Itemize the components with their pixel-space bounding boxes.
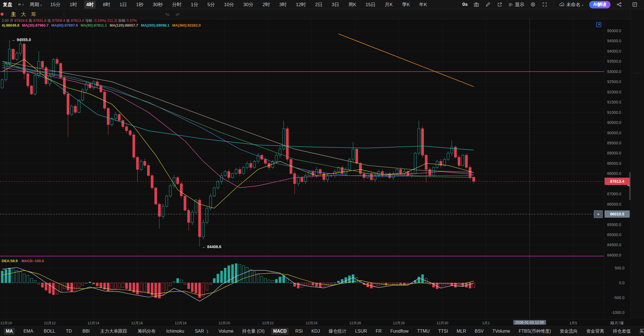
flash-hex-icon[interactable] [634,61,641,69]
indicator-FTBS(币种维度)[interactable]: FTBS(币种维度) [517,328,553,335]
price-tick: 89500.0 [607,141,621,145]
indicator-BBI[interactable]: BBI [81,328,92,335]
expand-chart-icon[interactable] [596,22,602,28]
indicator-EMA[interactable]: EMA [22,328,35,335]
timeframe-月K[interactable]: 月K [383,1,395,9]
indicator-Ichimoku[interactable]: Ichimoku [164,328,186,335]
undo-icon[interactable] [164,11,170,17]
trading-terminal: 复盘 ∨ 周期∨ 15分1时4时8时1日1秒30秒分时1分5分10分30分2时3… [0,0,644,336]
timeframe-4时[interactable]: 4时 [84,1,95,9]
indicator-TVolume[interactable]: TVolume [490,328,512,335]
indicator-筹码分布[interactable]: 筹码分布 [136,328,158,335]
form-icon[interactable] [122,11,128,17]
timeframe-5分[interactable]: 5分 [206,1,217,9]
timeframe-3时[interactable]: 3时 [277,1,289,9]
screenshot-edit-icon[interactable] [43,11,49,17]
indicator-MA[interactable]: MA [4,328,15,335]
mode-筹[interactable]: 筹 [31,11,36,18]
chevron-right-icon[interactable]: ❯ [206,329,209,333]
date-label: 12月28 [393,321,405,326]
indicator-LSUR[interactable]: LSUR [353,328,369,335]
pen-icon[interactable] [90,11,96,17]
cloud-check-icon [559,3,565,7]
redo-icon[interactable] [175,11,181,17]
indicator-BSV[interactable]: BSV [473,328,486,335]
timeframe-2时[interactable]: 2时 [261,1,272,9]
pencil-icon[interactable] [485,1,491,8]
chart-type-dropdown[interactable]: ∨ [18,1,24,8]
add-order-button[interactable]: + [594,210,603,218]
popout-icon[interactable] [497,1,503,8]
indicator-TTSI[interactable]: TTSI [436,328,450,335]
bookmark-icon[interactable] [69,11,75,17]
swap-icon[interactable] [634,78,641,85]
timeframe-15日[interactable]: 15日 [364,1,378,9]
replay-button[interactable]: 复盘 [3,1,12,8]
share-icon[interactable] [616,1,622,8]
indicator-BOLL[interactable]: BOLL [42,328,57,335]
mode-大[interactable]: 大 [21,11,26,18]
order-price-label[interactable]: 86010.5 [605,210,630,218]
indicator-RSI[interactable]: RSI [293,328,305,335]
timeframe-1时[interactable]: 1时 [68,1,79,9]
timeframe-2日[interactable]: 2日 [313,1,324,9]
timeframe-12时[interactable]: 12时 [294,1,308,9]
period-dropdown[interactable]: 周期∨ [30,1,42,8]
note-icon[interactable] [634,14,641,22]
indicator-买卖热度[interactable]: 买卖热度 [637,328,644,335]
indicator-资金背离[interactable]: 资金背离 [584,328,606,335]
timeframe-1秒[interactable]: 1秒 [134,1,145,9]
indicator-MLR[interactable]: MLR [455,328,468,335]
price-axis[interactable]: 87613.4 86010.5 ◀ 95000.094500.094000.09… [604,19,631,319]
indicator-主力大单跟踪[interactable]: 主力大单跟踪 [98,328,129,335]
fullscreen-icon[interactable] [542,1,548,8]
candlestick-chart[interactable]: ← 94555.0← 84408.6 [0,19,604,319]
layout-dropdown[interactable]: 未命名∨ [559,1,584,8]
brush-icon[interactable] [53,11,59,17]
timeframe-8时[interactable]: 8时 [101,1,112,9]
indicator-持仓差值[interactable]: 持仓差值 [611,328,633,335]
filter-funnel-icon[interactable] [143,11,149,17]
timeframe-周K[interactable]: 周K [346,1,358,9]
timeframe-10分[interactable]: 10分 [222,1,236,9]
magnet-icon[interactable] [132,11,138,17]
indicator-TTMU[interactable]: TTMU [415,328,431,335]
timeframe-季K[interactable]: 季K [400,1,412,9]
display-toggle[interactable]: 显示 [508,1,524,8]
trash-icon[interactable] [154,11,160,17]
indicator-Volume[interactable]: Volume [217,328,235,335]
bar-chart-icon[interactable] [634,38,641,45]
indicator-爆仓统计[interactable]: 爆仓统计 [327,328,348,335]
panel-notes-icon[interactable] [632,1,638,8]
date-axis[interactable]: 筹 爆 12月1012月1212月1412月1612月1812月2012月221… [0,319,631,326]
indicator-SAR[interactable]: SAR [193,328,206,335]
macd-tick: -500.0 [607,295,624,300]
indicator-FR[interactable]: FR [374,328,384,335]
etf-icon[interactable] [634,50,641,57]
chart-region[interactable]: ← 94555.0← 84408.6 2:00 开 87824.6 高 8783… [0,19,604,319]
timeframe-分时[interactable]: 分时 [170,1,183,9]
timeframe-30秒[interactable]: 30秒 [151,1,165,9]
trend-icon[interactable] [634,26,641,33]
timeframe-1日[interactable]: 1日 [117,1,129,9]
camera-icon[interactable] [473,1,479,8]
timeframe-年K[interactable]: 年K [417,1,429,9]
indicator-资金流向[interactable]: 资金流向 [558,328,579,335]
candle-overlay-icon[interactable] [100,11,107,17]
timeframe-1分[interactable]: 1分 [189,1,200,9]
date-label: 12月22 [262,321,274,326]
indicator-MACD[interactable]: MACD [271,328,289,335]
indicator-TD[interactable]: TD [64,328,74,335]
timeframe-3日[interactable]: 3日 [330,1,341,9]
timeframe-30分[interactable]: 30分 [241,1,255,9]
price-tick: 85000.0 [607,232,621,237]
mode-主[interactable]: 主 [11,11,16,18]
target-icon[interactable] [530,1,536,8]
indicator-Fundflow[interactable]: Fundflow [388,328,411,335]
ai-analysis-button[interactable]: AI解读 [589,1,610,8]
lock-icon[interactable] [111,11,117,17]
indicator-KDJ[interactable]: KDJ [310,328,322,335]
indicator-持仓量 (OI)[interactable]: 持仓量 (OI) [240,328,266,335]
timeframe-15分[interactable]: 15分 [48,1,62,9]
ruler-icon[interactable] [79,11,85,17]
